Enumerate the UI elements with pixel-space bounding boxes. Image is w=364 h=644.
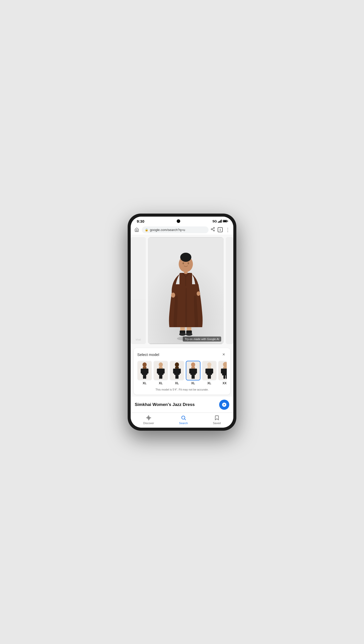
svg-rect-36 (163, 368, 165, 373)
close-button[interactable]: × (221, 352, 227, 358)
product-title: Simkhai Women's Jazz Dress (135, 402, 195, 407)
svg-rect-52 (195, 368, 197, 373)
svg-point-40 (175, 362, 179, 367)
svg-line-4 (212, 228, 213, 229)
svg-point-0 (213, 227, 215, 229)
svg-rect-54 (193, 375, 195, 379)
carousel-side-label: khal (136, 338, 141, 341)
select-model-title: Select model (137, 352, 159, 357)
svg-rect-58 (207, 368, 212, 375)
model-thumb-4[interactable] (186, 361, 200, 380)
svg-rect-29 (143, 375, 145, 379)
svg-point-16 (197, 291, 200, 296)
model-grid: XL (137, 361, 227, 387)
svg-point-48 (191, 362, 195, 367)
svg-rect-42 (174, 368, 180, 375)
svg-point-22 (188, 262, 189, 264)
svg-point-20 (182, 253, 189, 258)
model-thumb-5[interactable] (202, 361, 217, 380)
model-item-2[interactable]: XL (153, 361, 168, 385)
svg-point-24 (143, 362, 147, 367)
model-thumb-6[interactable] (218, 361, 227, 380)
select-model-header: Select model × (137, 352, 227, 358)
nav-item-search[interactable]: Search (179, 415, 188, 425)
carousel-left-side: khal (131, 237, 146, 344)
svg-rect-35 (157, 368, 158, 373)
status-icons: 5G (213, 219, 227, 223)
try-on-badge: Try-on made with Google AI (183, 337, 221, 342)
svg-rect-51 (189, 368, 191, 373)
svg-line-78 (185, 419, 186, 420)
svg-rect-69 (223, 375, 225, 379)
svg-rect-66 (222, 368, 227, 375)
svg-point-2 (213, 230, 215, 231)
main-product-image[interactable]: Try-on made with Google AI (148, 237, 224, 344)
svg-point-1 (211, 229, 212, 230)
share-button[interactable] (211, 227, 215, 233)
model-size-3: XL (175, 381, 179, 385)
signal-bar-3 (220, 220, 221, 223)
model-item-6[interactable]: XXL (218, 361, 227, 385)
ai-button[interactable] (219, 400, 229, 410)
browser-bar: 🔒 google.com/search?q=u 1 ⋮ (131, 225, 233, 235)
tab-counter[interactable]: 1 (218, 227, 223, 232)
svg-rect-28 (147, 368, 148, 373)
model-item-5[interactable]: XL (202, 361, 217, 385)
status-bar: 9:30 5G (131, 217, 233, 225)
model-item-1[interactable]: XL (137, 361, 152, 385)
carousel-right-side (226, 237, 233, 344)
svg-rect-38 (161, 375, 162, 379)
svg-rect-46 (177, 375, 178, 379)
model-size-4: XL (191, 381, 195, 385)
signal-bar-1 (218, 222, 219, 223)
model-thumb-1[interactable] (137, 361, 152, 380)
model-thumb-2[interactable] (153, 361, 168, 380)
lock-icon: 🔒 (145, 228, 148, 231)
svg-point-15 (171, 293, 175, 298)
svg-point-21 (183, 262, 184, 264)
svg-point-11 (179, 333, 186, 336)
svg-rect-53 (192, 375, 193, 379)
camera-notch (177, 219, 180, 223)
svg-rect-61 (208, 375, 209, 379)
signal-bar-2 (219, 221, 220, 223)
network-label: 5G (213, 219, 217, 223)
svg-rect-26 (142, 368, 147, 375)
bottom-navigation: Discover Search Saved (131, 413, 233, 428)
nav-label-saved: Saved (213, 422, 221, 425)
product-title-area: Simkhai Women's Jazz Dress (131, 397, 233, 413)
svg-point-12 (186, 333, 192, 336)
url-text: google.com/search?q=u (150, 228, 185, 232)
url-bar[interactable]: 🔒 google.com/search?q=u (142, 226, 209, 233)
svg-rect-37 (159, 375, 161, 379)
home-button[interactable] (134, 227, 140, 233)
svg-rect-33 (159, 367, 163, 368)
signal-bar-4 (221, 220, 222, 223)
main-content: khal (131, 235, 233, 413)
svg-rect-45 (175, 375, 177, 379)
model-size-2: XL (159, 381, 163, 385)
model-item-4[interactable]: XL (186, 361, 200, 385)
svg-rect-57 (208, 367, 211, 368)
svg-rect-34 (158, 368, 164, 375)
svg-rect-50 (190, 368, 196, 375)
nav-item-saved[interactable]: Saved (213, 415, 221, 425)
phone-frame: 9:30 5G (128, 214, 236, 431)
model-size-5: XL (207, 381, 211, 385)
svg-rect-59 (206, 368, 207, 373)
nav-label-search: Search (179, 422, 188, 425)
model-thumb-3[interactable] (170, 361, 184, 380)
nav-item-discover[interactable]: Discover (143, 415, 154, 425)
model-size-6: XXL (222, 381, 227, 385)
svg-rect-65 (223, 367, 227, 368)
saved-icon (214, 415, 220, 421)
more-options-button[interactable]: ⋮ (225, 227, 230, 232)
battery-fill (223, 220, 227, 222)
svg-rect-49 (191, 367, 195, 368)
svg-rect-62 (209, 375, 211, 379)
discover-icon (146, 415, 152, 421)
status-time: 9:30 (137, 219, 144, 223)
signal-bars (218, 220, 222, 223)
svg-rect-30 (145, 375, 146, 379)
model-item-3[interactable]: XL (170, 361, 184, 385)
